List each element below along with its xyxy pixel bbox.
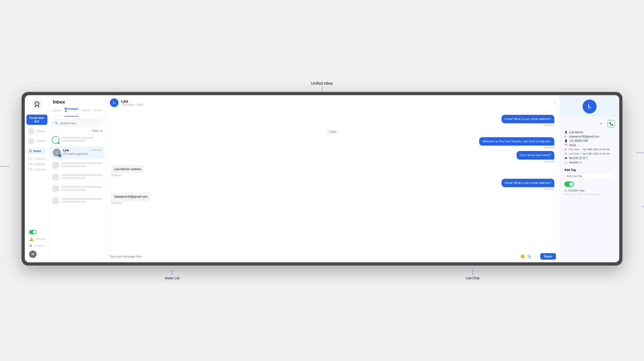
call-visitor-button[interactable]: 📞 — [607, 120, 615, 128]
status-toggle-row — [29, 230, 37, 234]
conversation-item-lyla[interactable]: L f Lyla 10:30 AM Hi! I need support for… — [50, 146, 104, 159]
lyla-preview: Hi! I need support for... — [63, 152, 102, 155]
message-group-1: Great! What is your email address? 09:58… — [111, 115, 554, 126]
inbox-title: Inbox — [49, 95, 105, 107]
message-group-2: Welcome to Tour and Travels. I am here t… — [111, 137, 554, 149]
first-seen-row: 👁 First Seen • Apr 13th, 2022 11:02 AM — [564, 148, 615, 151]
message-bubble-4: Lyla Warner andotra — [111, 165, 144, 173]
message-time-4: 09:58 AM — [111, 174, 121, 177]
last-seen-row: 👁 Last Seen • Apr 13th, 2022 11:02 AM — [564, 152, 615, 155]
available-tags-label: 🏷 Available tags — [564, 189, 615, 192]
tag-chips — [564, 194, 615, 195]
add-tag-input[interactable] — [564, 173, 615, 179]
placeholder-conv-2[interactable] — [49, 171, 105, 183]
sidebar-nav-item-2 — [27, 138, 47, 144]
tab-messages[interactable]: Messages — [64, 107, 79, 117]
tab-stub-3[interactable] — [93, 109, 102, 111]
emoji-icon[interactable]: 🙂 — [520, 254, 525, 259]
first-seen-label: First Seen — [569, 148, 580, 151]
visitor-status-avatar — [52, 136, 59, 144]
date-divider: Today — [327, 130, 339, 134]
attachment-icon[interactable]: 📎 — [527, 254, 532, 259]
chat-area: L Lyla Last active: 2 April › Great! Wha… — [106, 95, 560, 262]
tags-title: Add Tag — [564, 168, 615, 171]
conversation-list: Inbox Messages 🔍 — [49, 95, 106, 262]
visitor-location-row: 📍 Noida — [564, 144, 615, 147]
visitor-phone-row: 📱 +91 859917406 — [564, 139, 615, 142]
sidebar-item-inbox[interactable]: ⊟ Inbox — [27, 147, 47, 154]
message-bubble-6: lylawarner26@gmail.com — [111, 192, 151, 201]
tag-toggle[interactable] — [564, 181, 574, 187]
visitor-list-annotation: Visitor List — [165, 270, 179, 280]
email-icon: ✉ — [564, 135, 568, 138]
reply-button[interactable]: Reply — [540, 253, 556, 260]
create-new-bot-button[interactable]: Create New Bot — [26, 115, 47, 125]
tab-stub-2[interactable] — [82, 109, 90, 111]
sidebar-nav-item-3 — [27, 158, 47, 160]
search-input[interactable] — [60, 122, 100, 125]
filters-label[interactable]: Filters — [92, 129, 99, 132]
first-seen-value: Apr 13th, 2022 11:02 AM — [583, 148, 610, 151]
page-wrapper: Unified Inbox Visitor Status Visitor Det… — [22, 81, 622, 280]
visitor-avatar: L — [583, 99, 597, 114]
message-group-4: Lyla Warner andotra 09:58 AM — [111, 165, 554, 177]
visitor-action-buttons: ✏ 📞 — [560, 118, 619, 130]
user-menu-dash: - — [38, 253, 39, 256]
bottom-annotations: Visitor List Live Chat — [22, 266, 622, 280]
location-icon: 📍 — [564, 144, 568, 147]
main-layout: Visitor Status Visitor Details Chat Tags — [22, 92, 622, 266]
bell-icon[interactable]: 🔔 — [29, 237, 33, 241]
lyla-avatar: L f — [53, 149, 61, 157]
sidebar: Create New Bot ⊟ Inbox — [25, 95, 49, 262]
message-bubble-2: Welcome to Tour and Travels. I am here t… — [479, 137, 554, 146]
user-avatar[interactable]: JD — [29, 250, 37, 258]
visitor-email: lylawarner26@gmail.com — [569, 135, 599, 138]
chat-header-info: Lyla Last active: 2 April — [121, 99, 551, 106]
chat-last-active: Last active: 2 April — [121, 103, 551, 106]
visitor-details-section: 👤 Lyla Warner ✉ lylawarner26@gmail.com 📱… — [560, 130, 619, 165]
visitor-session-row: 🕐 Session: 1 — [564, 161, 615, 164]
chat-action-buttons: 🙂 📎 ⋯ — [520, 254, 538, 259]
search-box[interactable]: 🔍 — [52, 119, 103, 127]
lyla-conv-info: Lyla 10:30 AM Hi! I need support for... — [63, 149, 102, 155]
visitor-status-item[interactable] — [49, 134, 105, 146]
message-input[interactable] — [109, 255, 518, 258]
visitor-panel: L ✏ 📞 👤 Lyla Warner ✉ — [560, 95, 619, 262]
more-options-icon[interactable]: ⋯ — [534, 254, 538, 259]
lyla-name: Lyla — [63, 149, 69, 152]
search-icon: 🔍 — [55, 121, 58, 125]
nav-icon-2 — [28, 138, 34, 144]
tag-chip-3[interactable] — [577, 194, 583, 195]
message-group-3: Can I know your name? 09:58 AM — [111, 151, 554, 163]
chat-header-chevron-icon[interactable]: › — [554, 101, 555, 105]
visitor-details-annotation: Visitor Details — [636, 151, 644, 154]
placeholder-conv-4[interactable] — [49, 195, 105, 207]
tag-icon: 🏷 — [564, 189, 567, 192]
tag-chip-4[interactable] — [584, 194, 600, 195]
person-icon: 👤 — [564, 131, 568, 134]
monitor-icon: 💻 — [564, 157, 568, 160]
chat-contact-name: Lyla — [121, 99, 551, 103]
filter-icon[interactable]: ⊟ — [100, 129, 103, 132]
last-seen-value: Apr 13th, 2022 11:02 AM — [583, 152, 610, 155]
svg-point-2 — [35, 102, 36, 104]
gear-icon[interactable]: ⚙ — [29, 244, 32, 248]
edit-visitor-button[interactable]: ✏ — [598, 120, 605, 128]
placeholder-conv-1[interactable] — [49, 159, 105, 171]
tag-chip-1[interactable] — [564, 194, 570, 195]
visitor-name: Lyla Warner — [569, 131, 583, 134]
app-container: Create New Bot ⊟ Inbox — [25, 95, 619, 262]
tag-chip-2[interactable] — [571, 194, 576, 195]
message-group-6: lylawarner26@gmail.com 09:58 AM — [111, 192, 554, 204]
message-time-6: 09:58 AM — [111, 202, 121, 204]
visitor-phone: +91 859917406 — [569, 139, 588, 142]
visitor-session: Session: 1 — [569, 161, 582, 164]
placeholder-conv-3[interactable] — [49, 183, 105, 195]
online-status-toggle[interactable] — [29, 230, 37, 234]
chat-input-area: 🙂 📎 ⋯ Reply — [106, 250, 560, 262]
lyla-time: 10:30 AM — [91, 149, 102, 152]
visitor-location: Noida — [569, 144, 576, 147]
sidebar-nav-item-5 — [27, 169, 47, 171]
live-chat-annotation: Live Chat — [466, 270, 479, 280]
tab-stub-1[interactable] — [53, 109, 61, 111]
